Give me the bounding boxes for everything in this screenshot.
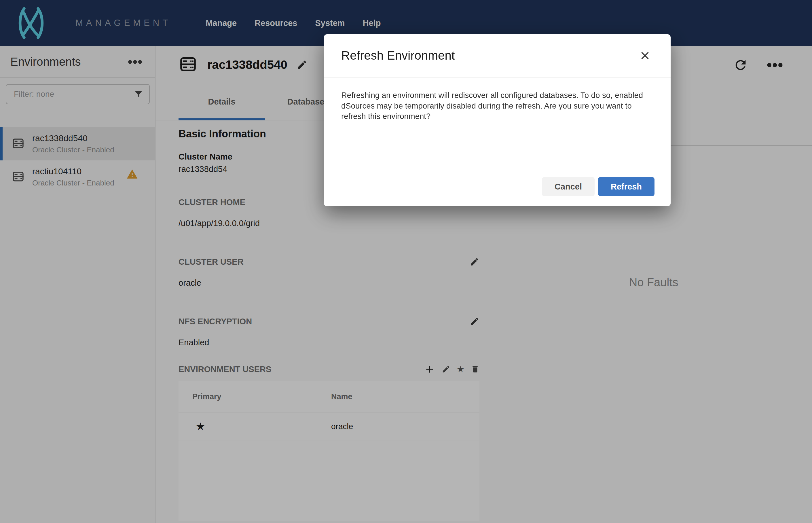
dialog-message: Refreshing an environment will rediscove… [341, 90, 653, 122]
refresh-button[interactable]: Refresh [598, 177, 654, 196]
dialog-title: Refresh Environment [341, 49, 455, 62]
dialog-body: Refreshing an environment will rediscove… [324, 77, 671, 122]
cancel-button[interactable]: Cancel [542, 177, 595, 196]
dialog-header: Refresh Environment [324, 34, 671, 77]
close-icon[interactable] [640, 50, 650, 61]
refresh-environment-dialog: Refresh Environment Refreshing an enviro… [324, 34, 671, 206]
dialog-footer: Cancel Refresh [542, 177, 654, 196]
